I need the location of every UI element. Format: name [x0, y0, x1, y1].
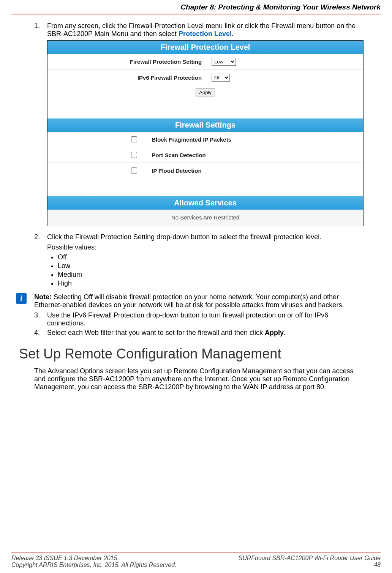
- firewall-settings-title: Firewall Settings: [47, 118, 363, 132]
- firewall-protection-level-title: Firewall Protection Level: [47, 41, 363, 54]
- step-4: 4. Select each Web filter that you want …: [34, 329, 364, 337]
- remote-config-paragraph: The Advanced Options screen lets you set…: [34, 367, 364, 391]
- section-heading-remote-config: Set Up Remote Configuration Management: [19, 346, 364, 362]
- step-4-num: 4.: [34, 329, 47, 337]
- allowed-services-title: Allowed Services: [47, 196, 363, 210]
- step-2-text: Click the Firewall Protection Setting dr…: [47, 233, 321, 241]
- note-text: Selecting Off will disable firewall prot…: [34, 293, 344, 309]
- ip-flood-label: IP Flood Detection: [152, 167, 201, 174]
- step-1-body: From any screen, click the Firewall-Prot…: [47, 22, 364, 232]
- bullet-low: Low: [58, 262, 364, 270]
- allowed-services-message: No Services Are Restricted: [47, 210, 363, 226]
- footer-copyright: Copyright ARRIS Enterprises, Inc. 2015. …: [11, 562, 177, 568]
- protection-level-link[interactable]: Protection Level: [179, 30, 232, 38]
- bullet-off: Off: [58, 253, 364, 262]
- step-1: 1. From any screen, click the Firewall-P…: [34, 22, 364, 232]
- chapter-header: Chapter 8: Protecting & Monitoring Your …: [11, 0, 381, 14]
- step-4-text-b: .: [284, 329, 286, 336]
- possible-values-label: Possible values:: [47, 243, 364, 251]
- block-fragmented-label: Block Fragmented IP Packets: [152, 136, 231, 143]
- firewall-setting-label: Firewall Protection Setting: [47, 58, 212, 65]
- step-1-text-b: .: [232, 30, 234, 38]
- step-3-num: 3.: [34, 311, 47, 327]
- bullet-high: High: [58, 279, 364, 288]
- footer-guide-title: SURFboard SBR‑AC1200P Wi-Fi Router User …: [239, 555, 381, 562]
- port-scan-label: Port Scan Detection: [152, 152, 206, 158]
- ipv6-firewall-select[interactable]: Off: [212, 74, 230, 82]
- note-label: Note:: [34, 293, 52, 301]
- step-2: 2. Click the Firewall Protection Setting…: [34, 233, 364, 292]
- step-3: 3. Use the IPv6 Firewall Protection drop…: [34, 311, 364, 327]
- footer-release: Release 33 ISSUE 1.3 December 2015: [11, 555, 177, 562]
- values-bullet-list: Off Low Medium High: [47, 253, 364, 288]
- info-icon: i: [16, 293, 27, 304]
- block-fragmented-checkbox[interactable]: [131, 136, 137, 142]
- note-block: i Note: Selecting Off will disable firew…: [16, 293, 364, 309]
- apply-bold: Apply: [265, 329, 284, 336]
- footer-page-number: 48: [239, 562, 381, 568]
- bullet-medium: Medium: [58, 270, 364, 279]
- step-2-num: 2.: [34, 233, 47, 292]
- step-4-text-a: Select each Web filter that you want to …: [47, 329, 265, 336]
- firewall-setting-select[interactable]: Low: [212, 58, 236, 66]
- apply-button[interactable]: Apply: [196, 88, 215, 96]
- step-1-num: 1.: [34, 22, 47, 232]
- router-screenshot: Firewall Protection Level Firewall Prote…: [47, 40, 364, 226]
- page-footer: Release 33 ISSUE 1.3 December 2015 Copyr…: [11, 552, 381, 568]
- ip-flood-checkbox[interactable]: [131, 167, 137, 174]
- step-3-text: Use the IPv6 Firewall Protection drop-do…: [47, 311, 364, 327]
- port-scan-checkbox[interactable]: [131, 152, 137, 158]
- ipv6-firewall-label: IPv6 Firewall Protection: [47, 74, 212, 81]
